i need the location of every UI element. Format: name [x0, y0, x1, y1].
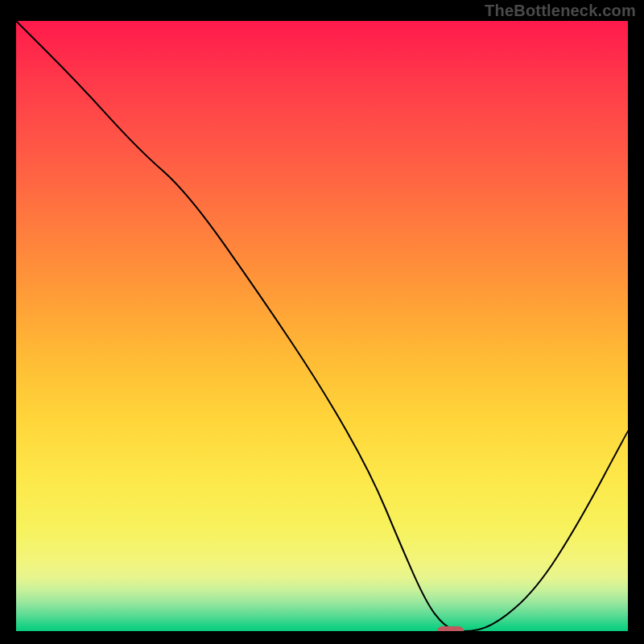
- curve-layer: [16, 21, 628, 633]
- plot-area: [16, 21, 628, 633]
- watermark-text: TheBottleneck.com: [485, 2, 636, 20]
- bottleneck-curve-path: [16, 21, 628, 631]
- chart-frame: TheBottleneck.com: [0, 0, 644, 644]
